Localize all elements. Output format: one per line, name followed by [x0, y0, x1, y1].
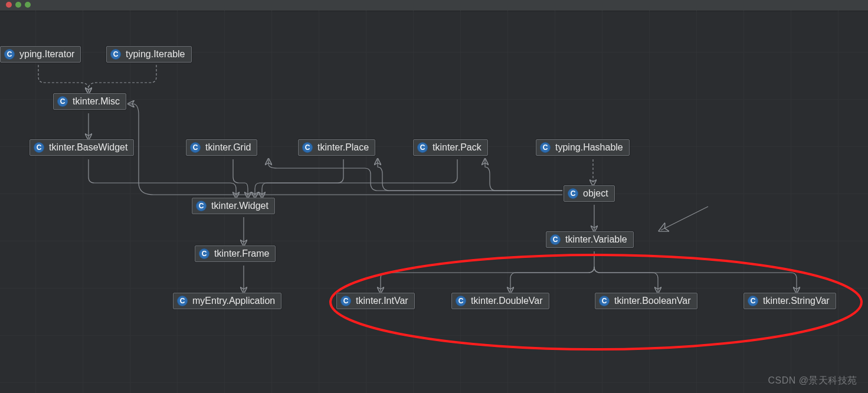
node-tkinter-basewidget[interactable]: C tkinter.BaseWidget — [30, 139, 134, 156]
class-icon: C — [540, 142, 551, 153]
node-tkinter-grid[interactable]: C tkinter.Grid — [186, 139, 257, 156]
class-icon: C — [550, 234, 561, 245]
class-icon: C — [456, 296, 466, 306]
node-tkinter-intvar[interactable]: C tkinter.IntVar — [336, 293, 415, 309]
node-tkinter-pack[interactable]: C tkinter.Pack — [413, 139, 488, 156]
diagram-canvas[interactable] — [0, 11, 868, 393]
node-label: tkinter.IntVar — [356, 296, 408, 306]
toolbar-dot — [6, 2, 12, 8]
node-label: tkinter.BooleanVar — [614, 296, 691, 306]
class-icon: C — [57, 96, 68, 107]
node-typing-iterable[interactable]: C typing.Iterable — [106, 46, 192, 63]
toolbar — [0, 0, 868, 11]
node-myentry-application[interactable]: C myEntry.Application — [173, 293, 281, 309]
toolbar-dot — [25, 2, 31, 8]
node-tkinter-stringvar[interactable]: C tkinter.StringVar — [743, 293, 836, 309]
class-icon: C — [599, 296, 610, 306]
node-label: typing.Iterable — [126, 49, 185, 60]
class-icon: C — [34, 142, 44, 153]
node-tkinter-place[interactable]: C tkinter.Place — [298, 139, 375, 156]
class-icon: C — [190, 142, 201, 153]
node-tkinter-booleanvar[interactable]: C tkinter.BooleanVar — [595, 293, 697, 309]
node-label: tkinter.Misc — [73, 96, 120, 107]
watermark: CSDN @景天科技苑 — [768, 375, 857, 387]
node-label: yping.Iterator — [19, 49, 74, 60]
node-label: myEntry.Application — [192, 296, 275, 306]
class-icon: C — [196, 201, 207, 211]
class-icon: C — [302, 142, 313, 153]
node-label: tkinter.DoubleVar — [471, 296, 543, 306]
node-label: typing.Hashable — [555, 142, 623, 153]
class-icon: C — [417, 142, 428, 153]
node-label: tkinter.Widget — [211, 201, 268, 211]
class-icon: C — [568, 188, 578, 199]
class-icon: C — [110, 49, 121, 60]
node-typing-iterator[interactable]: C yping.Iterator — [0, 46, 81, 63]
node-label: tkinter.Place — [317, 142, 369, 153]
node-label: tkinter.StringVar — [763, 296, 830, 306]
node-tkinter-doublevar[interactable]: C tkinter.DoubleVar — [451, 293, 549, 309]
class-icon: C — [748, 296, 758, 306]
node-typing-hashable[interactable]: C typing.Hashable — [536, 139, 630, 156]
class-icon: C — [340, 296, 351, 306]
toolbar-dot — [15, 2, 21, 8]
class-icon: C — [177, 296, 188, 306]
class-icon: C — [199, 248, 209, 259]
node-object[interactable]: C object — [564, 185, 615, 202]
node-label: tkinter.BaseWidget — [49, 142, 127, 153]
node-label: tkinter.Variable — [565, 234, 627, 245]
node-tkinter-variable[interactable]: C tkinter.Variable — [546, 231, 634, 248]
class-icon: C — [4, 49, 15, 60]
node-label: object — [583, 188, 608, 199]
node-tkinter-frame[interactable]: C tkinter.Frame — [195, 245, 276, 262]
node-label: tkinter.Frame — [214, 248, 269, 259]
node-label: tkinter.Grid — [205, 142, 251, 153]
node-tkinter-widget[interactable]: C tkinter.Widget — [192, 198, 275, 214]
node-tkinter-misc[interactable]: C tkinter.Misc — [53, 93, 126, 110]
node-label: tkinter.Pack — [433, 142, 482, 153]
